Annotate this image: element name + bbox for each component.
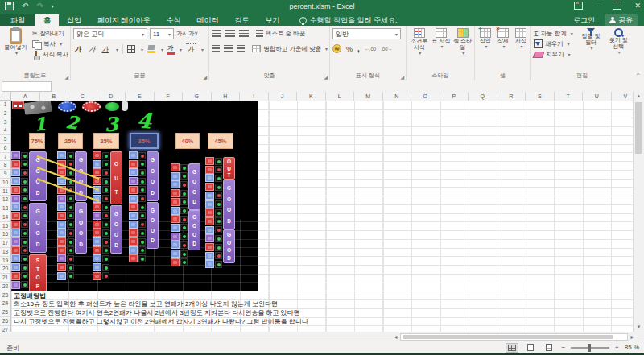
column-header-A[interactable]: A: [11, 92, 40, 101]
scroll-up-icon[interactable]: ▲: [634, 92, 644, 101]
find-select-button[interactable]: 찾기 및 선택▾: [606, 28, 631, 60]
row-header-15[interactable]: 15: [0, 222, 10, 231]
select-all-corner[interactable]: [0, 92, 11, 101]
row-header-24[interactable]: 24: [0, 299, 10, 308]
row-header-7[interactable]: 7: [0, 153, 10, 162]
format-as-table-button[interactable]: 표 서식▾: [431, 28, 452, 56]
fill-color-button[interactable]: [147, 45, 155, 53]
increase-decimal-icon[interactable]: ←.00: [365, 47, 376, 52]
wrap-text-button[interactable]: 텍스트 줄 바꿈: [256, 28, 305, 39]
horizontal-scrollbar[interactable]: ◂ ▸: [392, 333, 636, 341]
insert-cells-button[interactable]: + 삽입▾: [477, 28, 493, 50]
column-header-P[interactable]: P: [440, 92, 469, 101]
tab-home[interactable]: 홈: [35, 14, 59, 26]
grow-font-button[interactable]: 가˄: [176, 30, 186, 38]
cut-button[interactable]: ✂잘라내기: [32, 28, 68, 39]
page-break-view-button[interactable]: [543, 343, 555, 353]
zoom-slider[interactable]: [571, 347, 609, 349]
column-header-L[interactable]: L: [326, 92, 355, 101]
column-header-B[interactable]: B: [40, 92, 69, 101]
horizontal-scroll-thumb[interactable]: [402, 335, 613, 339]
column-header-U[interactable]: U: [583, 92, 612, 101]
align-left-icon[interactable]: [212, 45, 220, 52]
column-header-M[interactable]: M: [354, 92, 383, 101]
row-header-21[interactable]: 21: [0, 274, 10, 283]
delete-cells-button[interactable]: × 삭제▾: [495, 28, 511, 50]
tab-review[interactable]: 검토: [227, 14, 258, 26]
sort-filter-button[interactable]: 정렬 및 필터▾: [579, 28, 602, 60]
row-header-6[interactable]: 6: [0, 144, 10, 153]
tab-data[interactable]: 데이터: [189, 14, 227, 26]
autosum-button[interactable]: Σ자동 합계▾: [534, 28, 576, 39]
column-header-R[interactable]: R: [497, 92, 526, 101]
normal-view-button[interactable]: [506, 343, 518, 353]
column-header-N[interactable]: N: [383, 92, 412, 101]
row-header-11[interactable]: 11: [0, 188, 10, 196]
clear-button[interactable]: 지우기▾: [534, 49, 576, 60]
alignment-dialog-launcher[interactable]: ◢: [324, 74, 328, 80]
embedded-picture[interactable]: 1234 75%GOODGOODSTOP25%GOODGOOD25%OUTGOO…: [11, 101, 258, 291]
row-header-1[interactable]: 1: [0, 101, 10, 109]
row-header-20[interactable]: 20: [0, 265, 10, 274]
column-header-E[interactable]: E: [126, 92, 155, 101]
number-format-combo[interactable]: 일반▾: [332, 28, 401, 39]
row-header-26[interactable]: 26: [0, 317, 10, 326]
sign-in-link[interactable]: 로그인: [573, 15, 595, 26]
column-header-J[interactable]: J: [269, 92, 298, 101]
font-name-combo[interactable]: 맑은 고딕▾: [73, 28, 147, 39]
tab-insert[interactable]: 삽입: [59, 14, 89, 26]
column-header-F[interactable]: F: [155, 92, 184, 101]
merge-center-button[interactable]: 병합하고 가운데 맞춤▾: [252, 43, 328, 54]
column-header-I[interactable]: I: [240, 92, 269, 101]
accounting-format-icon[interactable]: ₩: [332, 44, 341, 53]
paste-button[interactable]: 붙여넣기▾: [2, 28, 29, 60]
decrease-decimal-icon[interactable]: .00→: [381, 47, 392, 52]
percent-style-icon[interactable]: %: [346, 45, 353, 53]
maximize-icon[interactable]: [613, 2, 621, 10]
column-header-D[interactable]: D: [97, 92, 126, 101]
row-header-9[interactable]: 9: [0, 170, 10, 179]
tab-view[interactable]: 보기: [258, 14, 288, 26]
page-layout-view-button[interactable]: [524, 343, 537, 353]
font-color-button[interactable]: 가: [167, 43, 174, 55]
align-bottom-icon[interactable]: [239, 30, 249, 37]
share-button[interactable]: 공유: [605, 14, 638, 27]
italic-button[interactable]: 가: [87, 44, 97, 55]
tab-page-layout[interactable]: 페이지 레이아웃: [89, 14, 159, 26]
close-icon[interactable]: ✕: [634, 2, 641, 10]
tab-formulas[interactable]: 수식: [159, 14, 189, 26]
align-right-icon[interactable]: [237, 45, 245, 52]
borders-button[interactable]: [127, 45, 135, 53]
row-header-8[interactable]: 8: [0, 161, 10, 170]
clipboard-dialog-launcher[interactable]: ◢: [64, 74, 68, 80]
row-header-14[interactable]: 14: [0, 213, 10, 222]
row-header-10[interactable]: 10: [0, 179, 10, 188]
tab-file[interactable]: 파일: [0, 14, 35, 26]
scroll-right-icon[interactable]: ▸: [628, 334, 636, 340]
row-header-13[interactable]: 13: [0, 204, 10, 213]
align-middle-icon[interactable]: [225, 30, 235, 37]
number-dialog-launcher[interactable]: ◢: [400, 74, 404, 80]
phonetic-button[interactable]: 가: [186, 43, 196, 55]
underline-button[interactable]: 가: [101, 44, 110, 55]
row-header-2[interactable]: 2: [0, 109, 10, 118]
format-painter-button[interactable]: 서식 복사: [32, 49, 68, 60]
row-header-19[interactable]: 19: [0, 257, 10, 266]
row-header-4[interactable]: 4: [0, 126, 10, 135]
scroll-down-icon[interactable]: ▼: [634, 323, 644, 332]
scroll-left-icon[interactable]: ◂: [392, 334, 400, 340]
row-header-16[interactable]: 16: [0, 230, 10, 239]
row-header-22[interactable]: 22: [0, 283, 10, 291]
zoom-out-icon[interactable]: −: [561, 344, 565, 351]
ribbon-display-options-icon[interactable]: [574, 2, 583, 10]
column-header-C[interactable]: C: [68, 92, 97, 101]
row-header-5[interactable]: 5: [0, 135, 10, 144]
row-header-17[interactable]: 17: [0, 239, 10, 248]
fill-button[interactable]: 채우기▾: [534, 39, 576, 49]
copy-button[interactable]: 복사▾: [32, 39, 68, 49]
column-header-S[interactable]: S: [526, 92, 555, 101]
align-center-icon[interactable]: [224, 45, 232, 52]
conditional-formatting-button[interactable]: 조건부 서식▾: [409, 28, 430, 56]
tell-me-box[interactable]: 수행할 작업을 알려 주세요.: [299, 14, 398, 26]
vertical-scrollbar[interactable]: ▲ ▼: [633, 92, 644, 332]
